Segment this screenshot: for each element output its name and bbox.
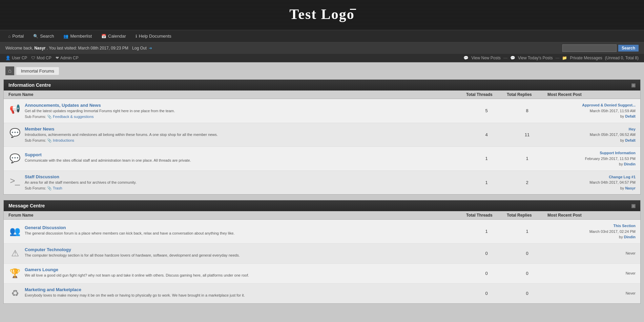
table-row: ♻Marketing and MarketplaceEverybody love…: [4, 284, 640, 303]
recent-post-link[interactable]: Hey: [629, 127, 636, 131]
forum-title-link[interactable]: Gamers Lounge: [25, 267, 58, 272]
forum-title-link[interactable]: Announcements, Updates and News: [25, 103, 101, 108]
nav-portal[interactable]: ⌂ Portal: [3, 30, 28, 42]
forum-description: Get all the latest updates regarding Imm…: [25, 108, 175, 114]
table-row: >_Staff DiscussionAn area for all the st…: [4, 171, 640, 195]
forum-description: Introductions, achievements and mileston…: [25, 132, 218, 137]
total-threads: 0: [466, 271, 507, 276]
nav-search-label: Search: [40, 34, 54, 39]
cp-bar-left: 👤 User CP 🛡 Mod CP ❤ Admin CP: [5, 56, 79, 60]
section-collapse-icon[interactable]: ▣: [631, 82, 636, 88]
subforum-link[interactable]: Introductions: [53, 138, 74, 142]
private-messages-link[interactable]: Private Messages: [570, 56, 602, 60]
pm-count: (Unread 0, Total 8): [605, 56, 639, 60]
forum-title-link[interactable]: General Discussion: [25, 225, 66, 230]
total-threads: 1: [466, 156, 507, 161]
table-row: 📢Announcements, Updates and NewsGet all …: [4, 99, 640, 123]
mod-cp-link[interactable]: 🛡 Mod CP: [31, 56, 51, 60]
total-threads: 4: [466, 132, 507, 137]
most-recent-post: Never: [547, 270, 636, 276]
forum-description: The computer technology section is for a…: [25, 253, 240, 258]
view-today-posts-link[interactable]: View Today's Posts: [518, 56, 553, 60]
recent-post-by: by: [620, 186, 625, 190]
recent-post-date: March 05th 2017, 11:59 AM: [590, 109, 636, 113]
recent-post-author[interactable]: Nasyr: [625, 186, 636, 190]
recent-post-date: March 05th 2017, 06:52 AM: [590, 133, 636, 137]
forum-description: The general discussion forum is a place …: [25, 231, 234, 236]
search-button[interactable]: Search: [618, 45, 639, 52]
user-cp-link[interactable]: 👤 User CP: [5, 56, 27, 60]
column-headers: Forum NameTotal ThreadsTotal RepliesMost…: [4, 90, 640, 99]
breadcrumb-home-link[interactable]: ⌂: [5, 66, 14, 75]
nav-calendar[interactable]: 📅 Calendar: [97, 30, 131, 42]
total-replies: 11: [507, 132, 547, 137]
recent-post-author[interactable]: Defalt: [625, 114, 636, 118]
most-recent-post: Support InformationFebruary 25th 2017, 1…: [547, 150, 636, 167]
table-row: 💬SupportCommunicate with the sites offic…: [4, 147, 640, 171]
recent-post-by: by: [620, 114, 625, 118]
search-input[interactable]: [562, 44, 617, 52]
nav-help-label: Help Documents: [139, 34, 171, 39]
forum-status-icon: ⚠: [11, 248, 19, 259]
most-recent-post: HeyMarch 05th 2017, 06:52 AMby Defalt: [547, 126, 636, 143]
nav-bar: ⌂ Portal 🔍 Search 👥 Memberlist 📅 Calenda…: [0, 30, 644, 42]
posts-icon: 💬: [463, 56, 469, 60]
nav-calendar-label: Calendar: [108, 34, 126, 39]
user-cp-icon: 👤: [5, 56, 11, 60]
forum-subforums: Sub Forums: 📎 Trash: [25, 186, 137, 190]
section-title: Message Centre: [8, 203, 45, 208]
total-threads: 0: [466, 251, 507, 256]
recent-post-author[interactable]: Dindin: [624, 235, 636, 239]
recent-post-link[interactable]: Change Log #1: [609, 175, 636, 179]
table-row: 👥General DiscussionThe general discussio…: [4, 220, 640, 244]
section-header-message-centre: Message Centre▣: [4, 200, 640, 211]
subforum-link[interactable]: Feedback & suggestions: [53, 115, 94, 119]
total-replies: 1: [507, 229, 547, 234]
nav-search[interactable]: 🔍 Search: [28, 30, 59, 42]
forum-description: An area for all the staff members and fo…: [25, 180, 137, 185]
welcome-text: Welcome back, Nasyr . You last visited: …: [5, 46, 152, 51]
total-replies: 1: [507, 156, 547, 161]
help-icon: ℹ: [136, 34, 137, 39]
memberlist-icon: 👥: [63, 34, 68, 39]
recent-post-date: March 03rd 2017, 02:24 PM: [589, 229, 636, 234]
breadcrumb-forum-item: Immortal Forums: [16, 67, 59, 75]
search-form: Search: [562, 44, 639, 52]
view-new-posts-link[interactable]: View New Posts: [471, 56, 500, 60]
logout-link[interactable]: Log Out: [132, 46, 147, 51]
cp-bar: 👤 User CP 🛡 Mod CP ❤ Admin CP 💬 View New…: [0, 54, 644, 62]
recent-post-date: March 04th 2017, 04:57 PM: [589, 180, 636, 184]
total-replies: 8: [507, 108, 547, 113]
total-threads: 1: [466, 180, 507, 185]
total-replies: 0: [507, 251, 547, 256]
most-recent-post: This SectionMarch 03rd 2017, 02:24 PMby …: [547, 223, 636, 240]
recent-post-never: Never: [626, 291, 636, 295]
table-row: ⚠Computer TechnologyThe computer technol…: [4, 244, 640, 264]
forum-title-link[interactable]: Computer Technology: [25, 247, 71, 252]
site-header: Test Logo: [0, 0, 644, 30]
subforum-link[interactable]: Trash: [53, 186, 62, 190]
forum-status-icon: 🏆: [9, 268, 20, 279]
recent-post-author[interactable]: Dindin: [624, 162, 636, 166]
forum-subforums: Sub Forums: 📎 Feedback & suggestions: [25, 115, 175, 119]
recent-post-link[interactable]: Support Information: [600, 151, 636, 155]
breadcrumb: ⌂ Immortal Forums: [0, 62, 644, 79]
forum-title-link[interactable]: Support: [25, 152, 42, 157]
portal-icon: ⌂: [8, 34, 11, 39]
nav-memberlist[interactable]: 👥 Memberlist: [59, 30, 97, 42]
forum-title-link[interactable]: Member News: [25, 126, 54, 132]
recent-post-author[interactable]: Defalt: [625, 138, 636, 142]
total-replies: 0: [507, 271, 547, 276]
forum-subforums: Sub Forums: 📎 Introductions: [25, 138, 218, 143]
recent-post-link[interactable]: Approved & Denied Suggest...: [582, 103, 636, 107]
nav-help[interactable]: ℹ Help Documents: [131, 30, 176, 42]
nav-memberlist-label: Memberlist: [70, 34, 92, 39]
forum-title-link[interactable]: Staff Discussion: [25, 174, 59, 179]
forum-title-link[interactable]: Marketing and Marketplace: [25, 287, 81, 292]
mod-cp-icon: 🛡: [31, 56, 35, 60]
admin-cp-link[interactable]: ❤ Admin CP: [56, 56, 79, 60]
section-title: Information Centre: [8, 82, 51, 88]
forum-status-icon: >_: [10, 176, 20, 186]
section-collapse-icon[interactable]: ▣: [631, 203, 636, 208]
recent-post-link[interactable]: This Section: [614, 224, 636, 228]
